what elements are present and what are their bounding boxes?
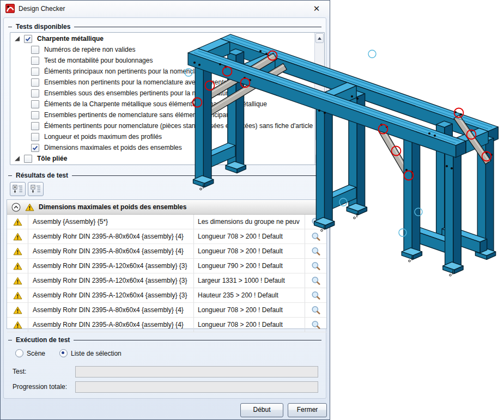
checkbox[interactable]	[31, 57, 39, 65]
title-bar[interactable]: Design Checker ✕	[1, 1, 330, 16]
tree-item-label: Test de montabilité pour boulonnages	[44, 57, 153, 64]
zoom-to-item-button[interactable]	[305, 244, 326, 258]
zoom-to-item-button[interactable]	[305, 273, 326, 288]
result-message: Longueur 708 > 200 ! Default	[193, 303, 305, 317]
result-message: Longueur 708 > 200 ! Default	[193, 318, 305, 332]
warning-icon	[7, 318, 28, 332]
zoom-to-item-button[interactable]	[305, 318, 326, 332]
close-button[interactable]: Fermer	[288, 403, 327, 417]
collapse-all-icon	[31, 185, 41, 193]
checkbox[interactable]	[31, 100, 39, 108]
test-progress-bar	[75, 366, 318, 378]
tree-item[interactable]: Éléments principaux non pertinents pour …	[10, 66, 314, 77]
result-row[interactable]: Assembly Rohr DIN 2395-A-80x60x4 {assemb…	[7, 303, 326, 318]
selection-list-radio[interactable]	[59, 349, 68, 357]
result-row[interactable]: Assembly Rohr DIN 2395-A-80x60x4 {assemb…	[7, 229, 326, 244]
results-table: Dimensions maximales et poids des ensemb…	[7, 199, 327, 329]
tree-item[interactable]: Dimensions maximales et poids des ensemb…	[10, 142, 314, 153]
magnifier-icon	[311, 320, 320, 330]
warning-icon	[7, 229, 28, 244]
zoom-to-item-button[interactable]	[305, 288, 326, 302]
check-icon	[25, 36, 31, 42]
tree-item[interactable]: Tôle pliée	[10, 153, 314, 164]
tree-item-label: Ensembles non pertinents pour la nomencl…	[44, 78, 227, 86]
results-rows: Assembly {Assembly} {5*} Les dimensions …	[7, 215, 326, 332]
scrollbar[interactable]	[314, 33, 324, 165]
tree-item[interactable]: Charpente métallique	[10, 33, 314, 44]
check-icon	[32, 145, 38, 151]
tree-item-label: Éléments de la Charpente métallique sous…	[44, 100, 267, 108]
scrollbar-thumb[interactable]	[315, 101, 324, 141]
tree-item[interactable]: Éléments pertinents pour nomenclature (p…	[10, 120, 314, 131]
result-item-name: Assembly {Assembly} {5*}	[28, 215, 193, 229]
checkbox[interactable]	[31, 68, 39, 76]
results-category-header[interactable]: Dimensions maximales et poids des ensemb…	[7, 200, 326, 215]
tree-item-label: Ensembles sous des ensembles pertinents …	[44, 89, 232, 97]
tree-item-label: Éléments principaux non pertinents pour …	[44, 68, 210, 75]
result-message: Les dimensions du groupe ne peuv	[193, 215, 305, 229]
tree-item-label: Tôle pliée	[37, 155, 67, 162]
checkbox[interactable]	[31, 144, 39, 152]
tests-group-header: Tests disponibles	[8, 23, 321, 31]
checkbox[interactable]	[24, 155, 32, 163]
design-checker-icon	[5, 4, 15, 13]
scene-radio[interactable]	[15, 349, 23, 357]
checkbox[interactable]	[31, 122, 39, 130]
result-row[interactable]: Assembly Rohr DIN 2395-A-120x60x4 {assem…	[7, 273, 326, 288]
checkbox[interactable]	[31, 89, 39, 98]
zoom-to-item-button[interactable]	[305, 303, 326, 317]
scroll-down-button[interactable]	[315, 154, 324, 164]
scene-radio-label: Scène	[27, 350, 45, 357]
warning-icon	[7, 303, 28, 317]
execution-group-label: Exécution de test	[16, 336, 70, 344]
checkbox[interactable]	[31, 46, 39, 54]
start-button[interactable]: Début	[240, 403, 283, 417]
checkbox[interactable]	[31, 111, 39, 119]
execution-group-header: Exécution de test	[8, 336, 321, 344]
zoom-to-item-button[interactable]	[305, 259, 326, 273]
result-row[interactable]: Assembly {Assembly} {5*} Les dimensions …	[7, 215, 326, 229]
magnifier-icon	[311, 306, 320, 315]
close-window-button[interactable]: ✕	[311, 3, 323, 14]
magnifier-icon	[311, 217, 320, 227]
result-item-name: Assembly Rohr DIN 2395-A-120x60x4 {assem…	[28, 288, 193, 302]
magnifier-icon	[311, 261, 320, 271]
group-rule	[72, 175, 321, 176]
warning-icon	[7, 273, 28, 288]
total-progress-bar	[75, 381, 318, 393]
tree-item[interactable]: Test de montabilité pour boulonnages	[10, 55, 314, 66]
result-row[interactable]: Assembly Rohr DIN 2395-A-120x60x4 {assem…	[7, 288, 326, 303]
tree-item[interactable]: Numéros de repère non valides	[10, 44, 314, 55]
zoom-to-item-button[interactable]	[305, 229, 326, 244]
result-row[interactable]: Assembly Rohr DIN 2395-A-120x60x4 {assem…	[7, 259, 326, 273]
scroll-up-button[interactable]	[315, 33, 324, 43]
results-group-header: Résultats de test	[8, 172, 321, 179]
tree-item[interactable]: Ensembles sous des ensembles pertinents …	[10, 88, 314, 99]
result-row[interactable]: Assembly Rohr DIN 2395-A-80x60x4 {assemb…	[7, 244, 326, 259]
result-item-name: Assembly Rohr DIN 2395-A-80x60x4 {assemb…	[28, 303, 193, 317]
tests-listbox[interactable]: Charpente métallique Numéros de repère n…	[10, 32, 325, 165]
result-item-name: Assembly Rohr DIN 2395-A-120x60x4 {assem…	[28, 259, 193, 273]
result-item-name: Assembly Rohr DIN 2395-A-80x60x4 {assemb…	[28, 244, 193, 258]
tree-item[interactable]: Longueur et poids maximum des profilés	[10, 131, 314, 142]
zoom-to-item-button[interactable]	[305, 215, 326, 229]
collapse-all-button[interactable]	[28, 182, 44, 196]
checkbox[interactable]	[31, 78, 39, 87]
tree-item[interactable]: Ensembles pertinents de nomenclature san…	[10, 109, 314, 120]
tree-item[interactable]: Éléments de la Charpente métallique sous…	[10, 99, 314, 109]
warning-icon	[7, 259, 28, 273]
tree-expander-icon[interactable]	[15, 36, 20, 41]
arrow-down-icon	[318, 158, 321, 161]
expand-all-button[interactable]	[10, 182, 26, 196]
tree-expander-icon[interactable]	[15, 156, 20, 161]
test-label: Test:	[13, 368, 26, 375]
tree-item[interactable]: Ensembles non pertinents pour la nomencl…	[10, 77, 314, 88]
result-message: Largeur 1331 > 1000 ! Default	[193, 273, 305, 288]
collapse-section-icon[interactable]	[11, 203, 21, 212]
checkbox[interactable]	[24, 35, 32, 43]
result-row[interactable]: Assembly Rohr DIN 2395-A-80x60x4 {assemb…	[7, 318, 326, 332]
checkbox[interactable]	[31, 133, 39, 141]
arrow-up-icon	[318, 37, 321, 40]
warning-icon	[7, 288, 28, 302]
window-title: Design Checker	[19, 5, 65, 13]
